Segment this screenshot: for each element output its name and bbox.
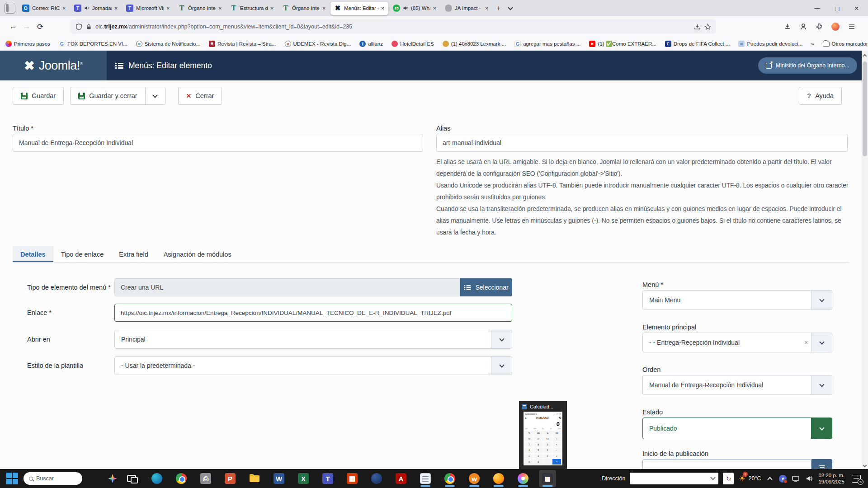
calendar-button[interactable] bbox=[811, 459, 832, 469]
minisite-button[interactable]: Minisitio del Órgano Interno... bbox=[758, 57, 857, 74]
inicio-publicacion-input[interactable] bbox=[642, 459, 811, 469]
estado-select[interactable]: Publicado bbox=[642, 418, 832, 439]
tab-audio-icon[interactable] bbox=[84, 5, 90, 11]
extensions-puzzle-icon[interactable] bbox=[816, 23, 823, 30]
alias-input[interactable]: art-manual-individual bbox=[436, 134, 848, 152]
scroll-down-icon[interactable] bbox=[863, 464, 867, 467]
page-scrollbar[interactable] bbox=[862, 51, 868, 469]
save-close-button[interactable]: Guardar y cerrar bbox=[70, 87, 145, 105]
tab-close-icon[interactable]: ✕ bbox=[166, 6, 170, 11]
address-input[interactable] bbox=[630, 473, 718, 484]
taskbar-office[interactable]: ▦ bbox=[344, 470, 361, 487]
tab-close-icon[interactable]: ✕ bbox=[322, 6, 326, 11]
tab-whatsapp[interactable]: 85 (85) WhatsApp Bus ✕ bbox=[389, 2, 440, 15]
new-tab-button[interactable]: + bbox=[493, 2, 505, 14]
abrir-en-select[interactable]: Principal bbox=[114, 330, 512, 349]
url-bar[interactable]: oic.trijez.mx/administrator/index.php?op… bbox=[71, 19, 716, 34]
taskbar-chrome-2[interactable] bbox=[441, 470, 458, 487]
hidden-icons-chevron[interactable] bbox=[765, 474, 774, 483]
bookmark-item[interactable]: GFOX DEPORTES EN VI... bbox=[59, 41, 127, 47]
elemento-principal-select[interactable]: - - Entrega-Recepción Individual ✕ bbox=[642, 333, 832, 352]
estilo-plantilla-select[interactable]: - Usar la predeterminada - bbox=[114, 356, 512, 375]
taskbar-chrome[interactable] bbox=[173, 470, 190, 487]
help-button[interactable]: ? Ayuda bbox=[799, 87, 842, 105]
calculator-taskbar-preview[interactable]: Calculad... Calculadora — ▢ ✕ ≡ Estándar… bbox=[519, 401, 567, 469]
downloads-icon[interactable] bbox=[784, 23, 791, 30]
tab-close-icon[interactable]: ✕ bbox=[62, 6, 66, 11]
tab-muted-icon[interactable] bbox=[403, 5, 408, 11]
menu-select[interactable]: Main Menu bbox=[642, 290, 832, 310]
tab-close-icon[interactable]: ✕ bbox=[114, 6, 118, 11]
scroll-up-icon[interactable] bbox=[863, 54, 867, 58]
reload-icon[interactable]: ⟳ bbox=[33, 20, 47, 33]
tab-correo[interactable]: O Correo: RICARDO ROM ✕ bbox=[19, 2, 70, 15]
other-bookmarks[interactable]: Otros marcadores bbox=[823, 41, 868, 47]
bookmark-item[interactable]: HotelDetail ES bbox=[392, 41, 434, 47]
taskbar-firefox[interactable] bbox=[490, 470, 507, 487]
start-button[interactable] bbox=[5, 471, 20, 486]
scrollbar-thumb[interactable] bbox=[863, 61, 867, 156]
tab-estructura-comite[interactable]: T Estructura del Comité d ✕ bbox=[226, 2, 278, 15]
tab-organo-interno-1[interactable]: T Órgano Interno de Con ✕ bbox=[175, 2, 226, 15]
taskbar-firefox-nightly[interactable] bbox=[368, 470, 385, 487]
bookmark-item[interactable]: ≋Puedes pedir devoluci... bbox=[738, 41, 802, 47]
seleccionar-button[interactable]: Seleccionar bbox=[460, 278, 512, 296]
tab-tipo-de-enlace[interactable]: Tipo de enlace bbox=[53, 246, 112, 262]
calculator-thumbnail[interactable]: Calculadora — ▢ ✕ ≡ Estándar ⟲ 0 MCMRM+M… bbox=[524, 412, 562, 465]
save-dropdown-button[interactable] bbox=[146, 87, 165, 105]
tab-close-icon[interactable]: ✕ bbox=[485, 6, 489, 11]
bookmark-item[interactable]: ∥allianz bbox=[359, 41, 383, 47]
sidebar-tabs-icon[interactable] bbox=[5, 3, 15, 14]
profile-avatar[interactable] bbox=[831, 23, 840, 31]
taskbar-winamp[interactable]: w bbox=[466, 470, 483, 487]
tab-ja-impact[interactable]: JA Impact - Support Centra ✕ bbox=[441, 2, 492, 15]
copilot-button[interactable] bbox=[105, 471, 120, 486]
tab-close-icon[interactable]: ✕ bbox=[433, 6, 437, 11]
taskbar-powerpoint[interactable]: P bbox=[222, 470, 239, 487]
tab-asignacion-modulos[interactable]: Asignación de módulos bbox=[156, 246, 239, 262]
titulo-input[interactable]: Manual de Entrega-Recepción Individual bbox=[13, 134, 423, 152]
tab-close-icon[interactable]: ✕ bbox=[270, 6, 274, 11]
tab-detalles[interactable]: Detalles bbox=[13, 246, 53, 262]
back-icon[interactable]: ← bbox=[6, 20, 20, 33]
bookmark-item[interactable]: RRevista | Revista – Stra... bbox=[209, 41, 276, 47]
bookmark-item[interactable]: Gagregar mas pestañas ... bbox=[514, 41, 580, 47]
tray-app-icon[interactable]: e bbox=[779, 475, 787, 483]
taskbar-acrobat[interactable]: A bbox=[392, 470, 410, 487]
bookmark-item[interactable]: (1) 40x8023 Lexmark ... bbox=[443, 41, 506, 47]
account-icon[interactable] bbox=[800, 23, 807, 30]
minimize-icon[interactable]: — bbox=[814, 5, 820, 12]
forward-icon[interactable]: → bbox=[20, 20, 33, 33]
task-view-button[interactable] bbox=[124, 471, 139, 486]
taskbar-word[interactable]: W bbox=[270, 470, 288, 487]
tab-close-icon[interactable]: ✕ bbox=[381, 6, 385, 11]
taskbar-edge[interactable] bbox=[148, 470, 165, 487]
bookmark-star-icon[interactable] bbox=[704, 23, 711, 30]
tab-jornadas[interactable]: T Jornadas Archivísti ✕ bbox=[71, 2, 122, 15]
menu-hamburger-icon[interactable] bbox=[848, 23, 855, 30]
save-button[interactable]: Guardar bbox=[13, 87, 64, 105]
clear-selection-icon[interactable]: ✕ bbox=[804, 340, 808, 346]
list-all-tabs-icon[interactable] bbox=[505, 2, 516, 14]
bookmark-item[interactable]: ⊕UDEMEX - Revista Dig... bbox=[285, 41, 351, 47]
notification-center-icon[interactable]: 5 bbox=[852, 475, 861, 483]
bookmark-item[interactable]: Primeros pasos bbox=[5, 41, 50, 47]
bookmark-item[interactable]: ▶(1) ✅Como EXTRAER... bbox=[589, 41, 656, 47]
close-icon[interactable]: ✕ bbox=[854, 5, 859, 12]
taskbar-calculator[interactable]: ▦ bbox=[539, 470, 556, 487]
network-icon[interactable] bbox=[791, 474, 800, 483]
taskbar-printer[interactable]: ⎙ bbox=[197, 470, 214, 487]
enlace-input[interactable]: https://oic.trijez.mx/informacion/Entreg… bbox=[114, 304, 512, 322]
tab-menus-editar-elemento[interactable]: ✖ Menús: Editar elemento ✕ bbox=[330, 2, 388, 15]
taskbar-excel[interactable]: X bbox=[295, 470, 312, 487]
taskbar-teams[interactable]: T bbox=[319, 470, 336, 487]
taskbar-file-explorer[interactable] bbox=[246, 470, 263, 487]
bookmarks-overflow-chevron[interactable]: » bbox=[811, 41, 814, 47]
refresh-button[interactable]: ↻ bbox=[723, 473, 734, 484]
tab-organo-interno-2[interactable]: T Órgano Interno de Con ✕ bbox=[278, 2, 330, 15]
taskbar-notepad[interactable] bbox=[417, 470, 434, 487]
lock-icon[interactable] bbox=[86, 24, 92, 30]
volume-icon[interactable] bbox=[805, 474, 814, 483]
orden-select[interactable]: Manual de Entrega-Recepción Individual bbox=[642, 375, 832, 395]
save-page-icon[interactable] bbox=[694, 23, 701, 30]
